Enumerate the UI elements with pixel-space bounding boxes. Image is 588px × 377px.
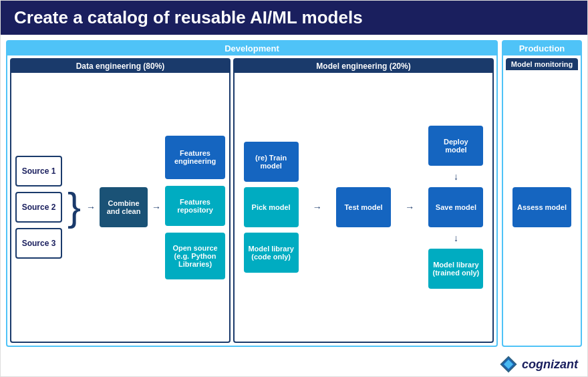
main-content: Development Data engineering (80%) Sourc… <box>1 35 587 352</box>
model-engineering-label: Model engineering (20%) <box>235 59 492 73</box>
page-title: Create a catalog of reusable AI/ML model… <box>14 7 363 27</box>
production-inner: Model monitoring Assess model <box>503 55 581 346</box>
retrain-column: (re) Train model Pick model Model librar… <box>244 142 299 273</box>
page-wrapper: Create a catalog of reusable AI/ML model… <box>0 0 588 377</box>
open-source-box: Open source (e.g. Python Libraries) <box>165 233 225 279</box>
cognizant-diamond-icon <box>499 355 518 374</box>
model-library-trained-box: Model library (trained only) <box>428 249 483 289</box>
combine-clean-box: Combine and clean <box>100 187 148 227</box>
development-section: Development Data engineering (80%) Sourc… <box>6 40 498 347</box>
retrain-model-box: (re) Train model <box>244 142 299 182</box>
production-label: Production <box>503 41 581 55</box>
sources-to-combine-arrow: → <box>86 202 96 213</box>
data-engineering-label: Data engineering (80%) <box>11 59 229 73</box>
data-engineering-section: Data engineering (80%) Source 1 Source 2 <box>10 58 231 343</box>
assess-model-box: Assess model <box>512 187 571 227</box>
sources-column: Source 1 Source 2 Source 3 <box>15 156 62 259</box>
model-engineering-content: (re) Train model Pick model Model librar… <box>235 73 492 342</box>
save-model-box: Save model <box>428 187 483 227</box>
features-engineering-box: Features engineering <box>165 136 225 179</box>
retrain-to-test-arrow: → <box>313 202 322 213</box>
development-inner: Data engineering (80%) Source 1 Source 2 <box>7 55 496 346</box>
page-header: Create a catalog of reusable AI/ML model… <box>1 1 587 35</box>
deploy-model-box: Deploy model <box>428 126 483 166</box>
sources-brace: } <box>67 187 81 227</box>
cognizant-logo: cognizant <box>499 355 578 374</box>
deploy-to-save-arrow: ↓ <box>454 171 458 182</box>
production-section: Production Model monitoring Assess model <box>502 40 582 347</box>
production-content: Assess model <box>506 72 578 343</box>
model-library-code-box: Model library (code only) <box>244 233 299 273</box>
test-column: Test model <box>336 187 391 227</box>
combine-to-feat-arrow: → <box>152 202 161 213</box>
test-to-deploy-arrow: → <box>405 202 414 213</box>
source-3-box: Source 3 <box>15 228 62 259</box>
save-to-library-arrow: ↓ <box>454 233 458 243</box>
features-column: Features engineering Features repository… <box>165 136 225 279</box>
pick-model-box: Pick model <box>244 187 299 227</box>
cognizant-text: cognizant <box>522 358 578 372</box>
test-model-box: Test model <box>336 187 391 227</box>
data-engineering-content: Source 1 Source 2 Source 3 } → <box>11 73 229 342</box>
source-1-box: Source 1 <box>15 156 62 186</box>
model-monitoring-label: Model monitoring <box>506 58 578 70</box>
development-label: Development <box>7 41 496 55</box>
source-2-box: Source 2 <box>15 192 62 223</box>
features-repository-box: Features repository <box>165 186 225 226</box>
deploy-column: Deploy model ↓ Save model ↓ Model librar… <box>428 126 483 289</box>
model-engineering-section: Model engineering (20%) (re) Train model… <box>233 58 494 343</box>
brand-footer: cognizant <box>1 352 587 376</box>
